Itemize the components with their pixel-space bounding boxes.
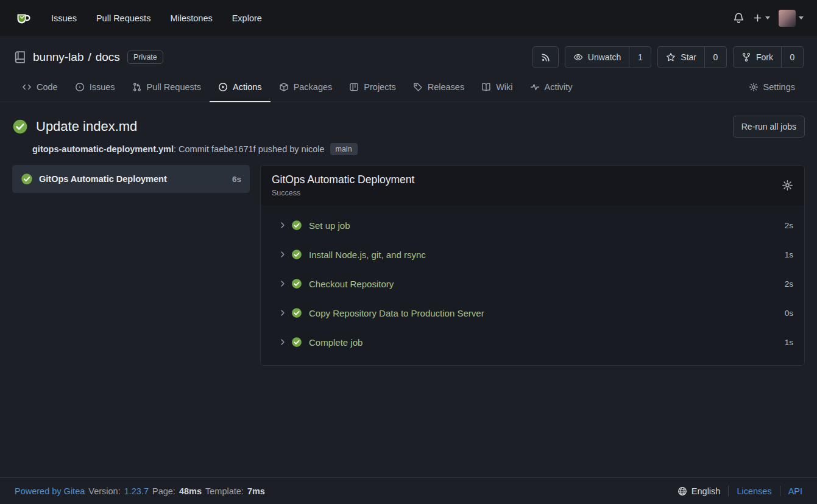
tab-code[interactable]: Code: [13, 72, 66, 102]
step-status-check-icon: [291, 249, 302, 260]
step-duration: 2s: [785, 279, 793, 289]
version-link[interactable]: 1.23.7: [124, 486, 149, 496]
language-selector[interactable]: English: [677, 486, 721, 496]
job-status-text: Success: [272, 189, 414, 197]
caret-down-icon: [799, 16, 804, 19]
pulse-icon: [530, 82, 540, 92]
branch-badge[interactable]: main: [330, 143, 358, 155]
actions-run-view: Update index.md Re-run all jobs gitops-a…: [0, 102, 817, 477]
job-detail-panel: GitOps Automatic Deployment Success: [260, 165, 805, 366]
breadcrumb: bunny-lab / docs: [33, 51, 120, 64]
repo-action-buttons: Unwatch 1 Star 0: [532, 46, 804, 68]
create-new-dropdown[interactable]: [753, 13, 770, 23]
notifications-bell-icon[interactable]: [733, 12, 744, 24]
fork-button[interactable]: Fork: [733, 46, 782, 68]
job-list-item[interactable]: GitOps Automatic Deployment 6s: [12, 165, 250, 193]
rss-feed-button[interactable]: [532, 46, 559, 68]
commit-info-text: : Commit faebe1671f pushed by nicole: [174, 144, 324, 154]
job-options-gear-icon[interactable]: [782, 180, 793, 191]
tab-projects[interactable]: Projects: [341, 72, 404, 102]
repo-tabs: Code Issues Pull Requests Actions P: [0, 72, 817, 102]
repository-icon: [13, 51, 27, 64]
api-link[interactable]: API: [788, 486, 802, 496]
chevron-right-icon: [278, 250, 287, 259]
template-time-value: 7ms: [247, 486, 265, 496]
page-time-value: 48ms: [179, 486, 202, 496]
licenses-link[interactable]: Licenses: [737, 486, 771, 496]
job-detail-header: GitOps Automatic Deployment Success: [261, 166, 804, 205]
eye-icon: [573, 52, 583, 62]
repo-owner-link[interactable]: bunny-lab: [33, 51, 83, 64]
page-footer: Powered by Gitea Version: 1.23.7 Page: 4…: [0, 477, 817, 504]
job-name: GitOps Automatic Deployment: [39, 174, 226, 184]
chevron-right-icon: [278, 338, 287, 346]
navbar-right: [733, 10, 804, 27]
tab-actions[interactable]: Actions: [210, 72, 271, 102]
step-row[interactable]: Copy Repository Data to Production Serve…: [261, 298, 804, 327]
primary-nav: Issues Pull Requests Milestones Explore: [41, 0, 272, 36]
step-row[interactable]: Checkout Repository 2s: [261, 269, 804, 298]
star-button[interactable]: Star: [657, 46, 705, 68]
star-group: Star 0: [657, 46, 727, 68]
nav-issues[interactable]: Issues: [41, 0, 87, 36]
job-detail-title: GitOps Automatic Deployment: [272, 173, 414, 186]
tab-packages[interactable]: Packages: [271, 72, 341, 102]
settings-gear-icon: [749, 82, 759, 92]
step-row[interactable]: Install Node.js, git, and rsync 1s: [261, 240, 804, 269]
workflow-file-name: gitops-automatic-deployment.yml: [32, 144, 174, 154]
tab-releases[interactable]: Releases: [405, 72, 473, 102]
version-label: Version:: [88, 486, 120, 496]
nav-explore[interactable]: Explore: [222, 0, 272, 36]
step-duration: 1s: [785, 250, 793, 259]
rerun-all-jobs-button[interactable]: Re-run all jobs: [733, 116, 805, 138]
step-name: Set up job: [309, 220, 350, 231]
job-detail-titles: GitOps Automatic Deployment Success: [272, 173, 414, 197]
step-row[interactable]: Complete job 1s: [261, 327, 804, 357]
code-icon: [22, 82, 32, 92]
chevron-right-icon: [278, 221, 287, 229]
chevron-right-icon: [278, 309, 287, 317]
issue-circle-icon: [75, 82, 85, 92]
step-name: Checkout Repository: [309, 279, 394, 289]
job-duration: 6s: [232, 175, 241, 184]
step-status-check-icon: [291, 307, 302, 318]
run-status-check-icon: [12, 119, 28, 135]
watchers-count[interactable]: 1: [629, 46, 651, 68]
project-board-icon: [349, 82, 359, 92]
step-duration: 2s: [785, 221, 793, 230]
powered-by-gitea-link[interactable]: Powered by Gitea: [15, 486, 85, 496]
footer-divider: [780, 486, 780, 496]
user-avatar: [779, 10, 796, 27]
forks-count[interactable]: 0: [782, 46, 804, 68]
tab-pull-requests[interactable]: Pull Requests: [124, 72, 210, 102]
top-navbar: Issues Pull Requests Milestones Explore: [0, 0, 817, 36]
tab-wiki[interactable]: Wiki: [473, 72, 521, 102]
tab-activity[interactable]: Activity: [522, 72, 581, 102]
page-time-label: Page:: [152, 486, 175, 496]
stars-count[interactable]: 0: [705, 46, 727, 68]
nav-milestones[interactable]: Milestones: [160, 0, 222, 36]
footer-meta: Powered by Gitea Version: 1.23.7 Page: 4…: [15, 486, 265, 496]
tab-issues[interactable]: Issues: [66, 72, 124, 102]
step-duration: 1s: [785, 338, 793, 347]
pull-request-icon: [132, 82, 142, 92]
step-name: Copy Repository Data to Production Serve…: [309, 308, 484, 318]
footer-links: English Licenses API: [677, 486, 802, 496]
user-menu[interactable]: [779, 10, 804, 27]
rss-icon: [541, 53, 550, 62]
play-circle-icon: [218, 82, 228, 92]
run-title: Update index.md: [36, 119, 137, 135]
nav-pull-requests[interactable]: Pull Requests: [87, 0, 160, 36]
template-time-label: Template:: [205, 486, 244, 496]
tab-settings[interactable]: Settings: [740, 72, 804, 102]
step-name: Install Node.js, git, and rsync: [309, 250, 426, 260]
job-status-check-icon: [21, 173, 33, 185]
gitea-logo-icon[interactable]: [13, 9, 32, 27]
globe-icon: [677, 486, 687, 496]
step-row[interactable]: Set up job 2s: [261, 211, 804, 240]
step-status-check-icon: [291, 220, 302, 231]
unwatch-button[interactable]: Unwatch: [565, 46, 629, 68]
breadcrumb-separator: /: [88, 51, 91, 64]
repo-name-link[interactable]: docs: [96, 51, 120, 64]
step-status-check-icon: [291, 337, 302, 348]
